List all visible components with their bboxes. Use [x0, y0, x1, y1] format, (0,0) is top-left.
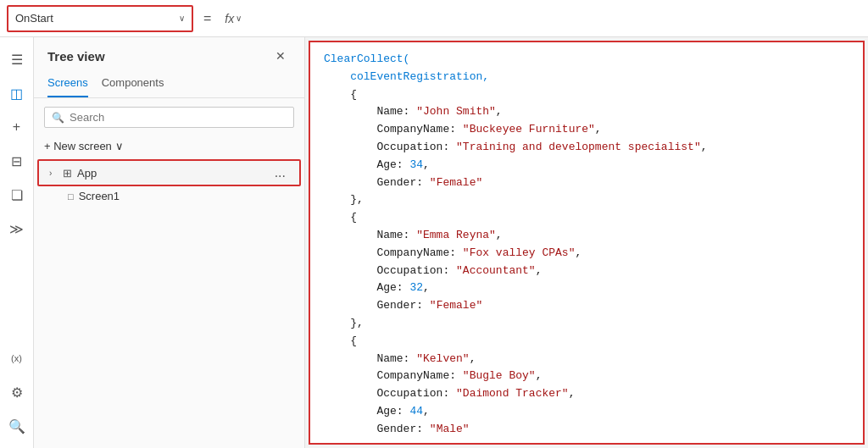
top-bar: OnStart ∨ = fx ∨	[0, 0, 868, 37]
screen1-icon: □	[68, 191, 74, 202]
app-icon: ⊞	[63, 167, 72, 180]
tree-subitem-screen1[interactable]: □ Screen1	[34, 186, 304, 206]
new-screen-chevron-icon: ∨	[115, 140, 124, 152]
code-line-20: Occupation: "Daimond Tracker",	[324, 385, 849, 403]
fx-button[interactable]: fx ∨	[221, 12, 245, 25]
code-line-7: Age: 34,	[324, 157, 849, 174]
code-line-8: Gender: "Female"	[324, 174, 849, 192]
tree-items: › ⊞ App ... □ Screen1	[34, 156, 304, 209]
new-screen-label: + New screen	[44, 140, 112, 152]
new-screen-button[interactable]: + New screen ∨	[34, 136, 304, 156]
formula-selector-text: OnStart	[15, 12, 53, 25]
code-line-10: {	[324, 209, 849, 227]
app-label: App	[77, 167, 271, 180]
code-line-18: Name: "Kelven",	[324, 351, 849, 368]
fx-chevron-icon: ∨	[236, 14, 242, 23]
code-line-11: Name: "Emma Reyna",	[324, 227, 849, 245]
search-input[interactable]	[70, 111, 287, 124]
plus-icon[interactable]: +	[2, 112, 32, 142]
code-line-3: {	[324, 86, 849, 104]
equals-sign: =	[200, 11, 214, 26]
code-line-19: CompanyName: "Bugle Boy",	[324, 368, 849, 385]
tree-header: Tree view ✕	[34, 37, 304, 71]
search-sidebar-icon[interactable]: 🔍	[2, 411, 32, 441]
code-editor[interactable]: ClearCollect( colEventRegistration, { Na…	[309, 41, 865, 445]
tab-components[interactable]: Components	[102, 71, 164, 97]
code-line-15: Gender: "Female"	[324, 297, 849, 315]
code-line-4: Name: "John Smith",	[324, 103, 849, 121]
main-content: ☰ ◫ + ⊟ ❏ ≫ (x) ⚙ 🔍 Tree view ✕ Screens …	[0, 37, 868, 448]
layers-icon[interactable]: ◫	[2, 78, 32, 108]
tree-view-title: Tree view	[47, 49, 105, 64]
search-box: 🔍	[44, 107, 294, 128]
screen1-label: Screen1	[79, 190, 120, 202]
icon-sidebar: ☰ ◫ + ⊟ ❏ ≫ (x) ⚙ 🔍	[0, 37, 34, 448]
formula-selector-chevron-icon: ∨	[179, 14, 185, 23]
variable-icon[interactable]: (x)	[2, 343, 32, 373]
components-icon[interactable]: ❏	[2, 180, 32, 210]
code-line-1: ClearCollect(	[324, 51, 849, 69]
settings-icon[interactable]: ⚙	[2, 377, 32, 407]
tree-tabs: Screens Components	[34, 71, 304, 98]
tools-icon[interactable]: ≫	[2, 213, 32, 244]
hamburger-icon[interactable]: ☰	[2, 44, 32, 75]
code-line-22: Gender: "Male"	[324, 421, 849, 439]
code-line-12: CompanyName: "Fox valley CPAs",	[324, 245, 849, 263]
formula-selector[interactable]: OnStart ∨	[7, 5, 193, 32]
tab-screens[interactable]: Screens	[47, 71, 88, 97]
code-line-9: },	[324, 191, 849, 209]
search-icon: 🔍	[52, 112, 64, 124]
code-line-13: Occupation: "Accountant",	[324, 263, 849, 280]
tree-close-button[interactable]: ✕	[270, 47, 291, 64]
code-line-6: Occupation: "Training and development sp…	[324, 139, 849, 157]
code-line-16: },	[324, 315, 849, 333]
code-line-5: CompanyName: "Buckeyee Furniture",	[324, 121, 849, 139]
app-chevron-icon: ›	[49, 169, 59, 178]
code-line-14: Age: 32,	[324, 279, 849, 297]
tree-panel: Tree view ✕ Screens Components 🔍 + New s…	[34, 37, 305, 448]
database-icon[interactable]: ⊟	[2, 146, 32, 176]
code-line-17: {	[324, 333, 849, 351]
tree-item-app[interactable]: › ⊞ App ...	[37, 159, 301, 186]
code-line-21: Age: 44,	[324, 403, 849, 421]
fx-label: fx	[225, 12, 234, 25]
code-line-2: colEventRegistration,	[324, 69, 849, 86]
app-ellipsis-button[interactable]: ...	[271, 165, 289, 180]
